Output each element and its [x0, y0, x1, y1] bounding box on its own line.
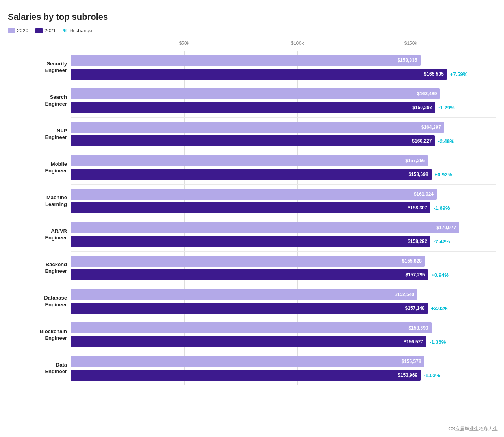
row-group-4: MachineLearning$161,024$158,307-1.69% — [71, 185, 496, 218]
row-group-2: NLPEngineer$164,297$160,227-2.48% — [71, 118, 496, 151]
bar-row-2020-7: $152,540 — [71, 288, 496, 301]
bar-row-2020-5: $170,977 — [71, 221, 496, 234]
change-label-0: +7.59% — [450, 71, 467, 77]
bar-row-2021-7: $157,148+3.02% — [71, 302, 496, 315]
row-label-2: NLPEngineer — [6, 128, 67, 141]
bar-row-2021-2: $160,227-2.48% — [71, 135, 496, 147]
bar-row-2021-9: $153,969-1.03% — [71, 369, 496, 381]
bar-value-2021-3: $158,698 — [409, 172, 428, 177]
axis-label-2: $150k — [404, 41, 417, 46]
legend-change-symbol: % — [63, 28, 68, 33]
chart-title: Salaries by top subroles — [8, 12, 496, 22]
bar-2021-0: $165,505 — [71, 69, 447, 80]
change-label-3: +0.92% — [435, 172, 452, 178]
row-group-9: DataEngineer$155,578$153,969-1.03% — [71, 352, 496, 385]
change-label-4: -1.69% — [434, 205, 450, 211]
legend: 2020 2021 % % change — [8, 28, 496, 33]
bar-value-2021-4: $158,307 — [408, 205, 427, 211]
bar-2021-6: $157,295 — [71, 269, 428, 280]
bar-2021-4: $158,307 — [71, 202, 430, 213]
bar-value-2021-9: $153,969 — [398, 372, 417, 378]
row-label-3: MobileEngineer — [6, 161, 67, 174]
axis-label-0: $50k — [179, 41, 189, 46]
bar-2020-4: $161,024 — [71, 189, 437, 200]
row-group-5: AR/VREngineer$170,977$158,292-7.42% — [71, 218, 496, 252]
bar-row-2020-4: $161,024 — [71, 188, 496, 200]
row-group-8: BlockchainEngineer$158,690$156,527-1.36% — [71, 318, 496, 352]
row-group-3: MobileEngineer$157,256$158,698+0.92% — [71, 151, 496, 185]
bar-2021-1: $160,392 — [71, 102, 435, 113]
bar-value-2021-7: $157,148 — [405, 306, 425, 311]
legend-label-2021: 2021 — [44, 28, 56, 33]
bar-value-2020-9: $155,578 — [402, 359, 421, 364]
change-label-5: -7.42% — [434, 239, 450, 244]
bar-value-2020-4: $161,024 — [414, 191, 434, 197]
bar-value-2020-2: $164,297 — [421, 124, 441, 130]
bar-value-2020-0: $153,835 — [397, 57, 417, 63]
chart-body: SecurityEngineer$153,835$165,505+7.59%Se… — [71, 51, 496, 385]
row-label-0: SecurityEngineer — [6, 61, 67, 74]
bar-row-2020-0: $153,835 — [71, 54, 496, 67]
bar-value-2020-5: $170,977 — [436, 225, 456, 230]
bar-value-2020-3: $157,256 — [405, 158, 425, 163]
bar-value-2020-6: $155,828 — [402, 258, 422, 264]
row-label-9: DataEngineer — [6, 362, 67, 375]
bar-value-2021-2: $160,227 — [412, 138, 432, 144]
change-label-8: -1.36% — [430, 339, 446, 345]
bar-row-2021-4: $158,307-1.69% — [71, 202, 496, 214]
bar-2020-3: $157,256 — [71, 155, 428, 166]
chart-area: $50k$100k$150k SecurityEngineer$153,835$… — [8, 41, 496, 385]
row-group-6: BackendEngineer$155,828$157,295+0.94% — [71, 252, 496, 285]
bar-2020-2: $164,297 — [71, 122, 444, 133]
row-group-1: SearchEngineer$162,489$160,392-1.29% — [71, 84, 496, 118]
bar-row-2021-6: $157,295+0.94% — [71, 268, 496, 281]
legend-label-2020: 2020 — [17, 28, 28, 33]
row-group-0: SecurityEngineer$153,835$165,505+7.59% — [71, 51, 496, 84]
change-label-7: +3.02% — [431, 306, 448, 311]
bar-row-2020-6: $155,828 — [71, 255, 496, 267]
row-label-6: BackendEngineer — [6, 261, 67, 275]
bar-2021-7: $157,148 — [71, 303, 428, 314]
bar-row-2020-8: $158,690 — [71, 322, 496, 334]
row-label-4: MachineLearning — [6, 194, 67, 208]
bar-value-2020-7: $152,540 — [395, 292, 414, 297]
bar-2020-5: $170,977 — [71, 222, 459, 233]
bar-2021-9: $153,969 — [71, 370, 421, 381]
legend-swatch-2021 — [35, 28, 43, 33]
bar-row-2020-3: $157,256 — [71, 154, 496, 167]
bar-row-2021-3: $158,698+0.92% — [71, 168, 496, 181]
watermark: CS应届毕业生程序人生 — [446, 425, 500, 433]
bar-value-2021-0: $165,505 — [424, 71, 444, 77]
bar-row-2020-9: $155,578 — [71, 355, 496, 368]
change-label-9: -1.03% — [424, 372, 440, 378]
change-label-1: -1.29% — [438, 105, 454, 111]
chart-container: SecurityEngineer$153,835$165,505+7.59%Se… — [71, 51, 496, 385]
axis-label-1: $100k — [291, 41, 304, 46]
bar-row-2020-2: $164,297 — [71, 121, 496, 133]
bar-row-2020-1: $162,489 — [71, 87, 496, 100]
legend-2021: 2021 — [35, 28, 56, 33]
bar-2020-0: $153,835 — [71, 55, 421, 66]
bar-2020-7: $152,540 — [71, 289, 417, 300]
row-label-8: BlockchainEngineer — [6, 328, 67, 342]
bar-value-2020-1: $162,489 — [417, 91, 437, 96]
legend-change: % % change — [63, 28, 92, 33]
legend-swatch-2020 — [8, 28, 15, 33]
change-label-2: -2.48% — [438, 138, 454, 144]
bar-row-2021-8: $156,527-1.36% — [71, 335, 496, 348]
row-group-7: DatabaseEngineer$152,540$157,148+3.02% — [71, 285, 496, 318]
bar-value-2021-1: $160,392 — [412, 105, 432, 110]
bar-row-2021-1: $160,392-1.29% — [71, 101, 496, 114]
bar-2020-6: $155,828 — [71, 256, 425, 267]
legend-2020: 2020 — [8, 28, 28, 33]
bar-2020-1: $162,489 — [71, 88, 440, 99]
bar-2021-5: $158,292 — [71, 236, 430, 247]
bar-2021-2: $160,227 — [71, 135, 435, 146]
row-label-7: DatabaseEngineer — [6, 295, 67, 308]
bar-value-2021-5: $158,292 — [408, 239, 427, 244]
bar-value-2021-8: $156,527 — [404, 339, 423, 344]
bar-2021-8: $156,527 — [71, 336, 426, 347]
row-label-1: SearchEngineer — [6, 94, 67, 107]
bar-2020-9: $155,578 — [71, 356, 424, 367]
bar-2020-8: $158,690 — [71, 322, 432, 333]
